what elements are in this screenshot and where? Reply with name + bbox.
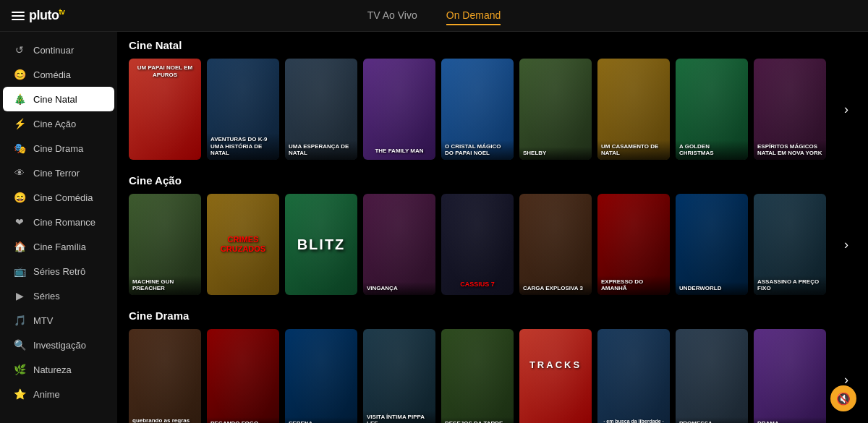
card-inner-familia-man: THE FAMILY MAN [363, 59, 435, 160]
sidebar-item-investigacao[interactable]: 🔍Investigação [3, 333, 114, 357]
sidebar-item-cine-familia[interactable]: 🏠Cine Família [3, 234, 114, 259]
sidebar-label-cine-romance: Cine Romance [33, 217, 95, 228]
card-title-quebrando-regras: quebrando as regras [132, 417, 197, 423]
card-title-shelby: Shelby [519, 147, 592, 160]
card-machine-gun[interactable]: Machine Gun Preacher [129, 194, 201, 295]
card-title-vinganca: Vingança [363, 282, 435, 295]
section-row-cine-drama: quebrando as regrasPegando FogoSerenaVis… [129, 329, 856, 423]
card-pegando-fogo[interactable]: Pegando Fogo [207, 329, 279, 423]
card-inner-assassino-preco: Assassino a Preço Fixo [754, 194, 826, 295]
nav-item-on-demand[interactable]: On Demand [446, 7, 501, 25]
sidebar-item-natureza[interactable]: 🌿Natureza [3, 357, 114, 382]
section-cine-natal: Cine NatalUM PAPAI NOEL EM APUROSAventur… [129, 39, 856, 160]
card-inner-tracks: TRACKS [519, 329, 592, 423]
section-row-cine-natal: UM PAPAI NOEL EM APUROSAventuras do K-9 … [129, 59, 856, 160]
card-tracks[interactable]: TRACKS [519, 329, 592, 423]
sidebar-item-continuar[interactable]: ↺Continuar [3, 38, 114, 62]
card-inner-cassius: CASSIUS 7 [441, 194, 514, 295]
sidebar-label-cine-familia: Cine Família [33, 242, 86, 252]
sidebar-item-cine-romance[interactable]: ❤Cine Romance [3, 210, 114, 234]
card-carga-explosiva[interactable]: Carga Explosiva 3 [519, 194, 592, 295]
sidebar-item-series-retro[interactable]: 📺Séries Retrô [3, 259, 114, 283]
card-title-visita-intima: Visita Íntima Pippa Lee [363, 411, 435, 423]
hamburger-menu[interactable] [12, 12, 25, 20]
sidebar-item-cine-terror[interactable]: 👁Cine Terror [3, 161, 114, 185]
card-inner-pegando-fogo: Pegando Fogo [207, 329, 279, 423]
card-title-desejos-tarde: Desejos da Tarde [441, 417, 514, 423]
card-title-carga-explosiva: Carga Explosiva 3 [519, 282, 592, 295]
card-golden-christmas[interactable]: A Golden Christmas [676, 59, 748, 160]
section-row-cine-acao: Machine Gun PreacherCRIMES CRUZADOSBLITZ… [129, 194, 856, 295]
card-inner-quebrando-regras: quebrando as regras [129, 329, 201, 423]
card-quebrando-regras[interactable]: quebrando as regras [129, 329, 201, 423]
card-inner-cristal-magico: O Cristal Mágico do Papai Noel [441, 59, 514, 160]
card-title-aventuras-k9: Aventuras do K-9 Uma História de Natal [207, 133, 279, 160]
card-title-papai-noel: UM PAPAI NOEL EM APUROS [132, 64, 197, 78]
card-em-busca[interactable]: · em busca da liberdade · [597, 329, 670, 423]
card-espiritos-magicos[interactable]: Espíritos Mágicos Natal em Nova York [754, 59, 826, 160]
card-inner-underworld: Underworld [676, 194, 748, 295]
card-title-em-busca: · em busca da liberdade · [601, 419, 666, 423]
sidebar-label-cine-terror: Cine Terror [33, 168, 80, 179]
main-layout: ↺Continuar😊Comédia🎄Cine Natal⚡Cine Ação🎭… [0, 32, 868, 423]
card-underworld[interactable]: Underworld [676, 194, 748, 295]
sidebar-item-comedia[interactable]: 😊Comédia [3, 62, 114, 87]
sidebar-label-continuar: Continuar [33, 45, 74, 56]
card-inner-machine-gun: Machine Gun Preacher [129, 194, 201, 295]
card-papai-noel[interactable]: UM PAPAI NOEL EM APUROS [129, 59, 201, 160]
card-familia-man[interactable]: THE FAMILY MAN [363, 59, 435, 160]
scroll-next-cine-acao[interactable]: › [836, 194, 856, 295]
sidebar-icon-mtv: 🎵 [13, 315, 26, 326]
sidebar: ↺Continuar😊Comédia🎄Cine Natal⚡Cine Ação🎭… [0, 32, 117, 423]
sidebar-item-anime[interactable]: ⭐Anime [3, 382, 114, 406]
sidebar-item-cine-drama[interactable]: 🎭Cine Drama [3, 136, 114, 161]
card-title-serena: Serena [285, 417, 357, 423]
scroll-next-cine-natal[interactable]: › [836, 59, 856, 160]
card-inner-expresso-amanha: Expresso do Amanhã [597, 194, 670, 295]
card-inner-serena: Serena [285, 329, 357, 423]
sidebar-item-series[interactable]: ▶Séries [3, 283, 114, 308]
card-promessa[interactable]: Promessa [676, 329, 748, 423]
sidebar-item-cine-acao[interactable]: ⚡Cine Ação [3, 111, 114, 136]
sidebar-icon-cine-familia: 🏠 [13, 241, 26, 252]
card-assassino-preco[interactable]: Assassino a Preço Fixo [754, 194, 826, 295]
pluto-logo: plutotv [29, 8, 64, 23]
card-crimes-cruzados[interactable]: CRIMES CRUZADOS [207, 194, 279, 295]
card-inner-papai-noel: UM PAPAI NOEL EM APUROS [129, 59, 201, 160]
mute-button[interactable]: 🔇 [830, 385, 856, 411]
card-blitz[interactable]: BLITZ [285, 194, 357, 295]
sidebar-icon-cine-terror: 👁 [13, 167, 26, 179]
sidebar-icon-investigacao: 🔍 [13, 339, 26, 351]
card-inner-espiritos-magicos: Espíritos Mágicos Natal em Nova York [754, 59, 826, 160]
card-desejos-tarde[interactable]: Desejos da Tarde [441, 329, 514, 423]
card-cassius[interactable]: CASSIUS 7 [441, 194, 514, 295]
card-shelby[interactable]: Shelby [519, 59, 592, 160]
card-title-familia-man: THE FAMILY MAN [375, 148, 423, 154]
sidebar-item-cine-comedia[interactable]: 😄Cine Comédia [3, 185, 114, 210]
card-aventuras-k9[interactable]: Aventuras do K-9 Uma História de Natal [207, 59, 279, 160]
sidebar-icon-cine-natal: 🎄 [13, 93, 26, 105]
card-cristal-magico[interactable]: O Cristal Mágico do Papai Noel [441, 59, 514, 160]
card-expresso-amanha[interactable]: Expresso do Amanhã [597, 194, 670, 295]
sidebar-label-cine-comedia: Cine Comédia [33, 192, 93, 203]
sidebar-item-mtv[interactable]: 🎵MTV [3, 308, 114, 333]
nav-item-tv-ao-vivo[interactable]: TV Ao Vivo [367, 7, 417, 25]
card-casamento-natal[interactable]: Um Casamento de Natal [597, 59, 670, 160]
sidebar-item-cine-natal[interactable]: 🎄Cine Natal [3, 87, 114, 111]
card-inner-aventuras-k9: Aventuras do K-9 Uma História de Natal [207, 59, 279, 160]
card-serena[interactable]: Serena [285, 329, 357, 423]
card-inner-desejos-tarde: Desejos da Tarde [441, 329, 514, 423]
content-area: Cine NatalUM PAPAI NOEL EM APUROSAventur… [117, 32, 868, 423]
card-inner-em-busca: · em busca da liberdade · [597, 329, 670, 423]
card-visita-intima[interactable]: Visita Íntima Pippa Lee [363, 329, 435, 423]
sidebar-label-natureza: Natureza [33, 364, 72, 375]
card-drama-dark[interactable]: Drama [754, 329, 826, 423]
card-vinganca[interactable]: Vingança [363, 194, 435, 295]
card-inner-blitz: BLITZ [285, 194, 357, 295]
card-esperanca-natal[interactable]: Uma Esperança de Natal [285, 59, 357, 160]
card-inner-esperanca-natal: Uma Esperança de Natal [285, 59, 357, 160]
cards-container-cine-acao: Machine Gun PreacherCRIMES CRUZADOSBLITZ… [129, 194, 830, 295]
card-title-promessa: Promessa [676, 417, 748, 423]
main-nav: TV Ao VivoOn Demand [367, 7, 501, 25]
card-title-cassius: CASSIUS 7 [460, 281, 495, 288]
